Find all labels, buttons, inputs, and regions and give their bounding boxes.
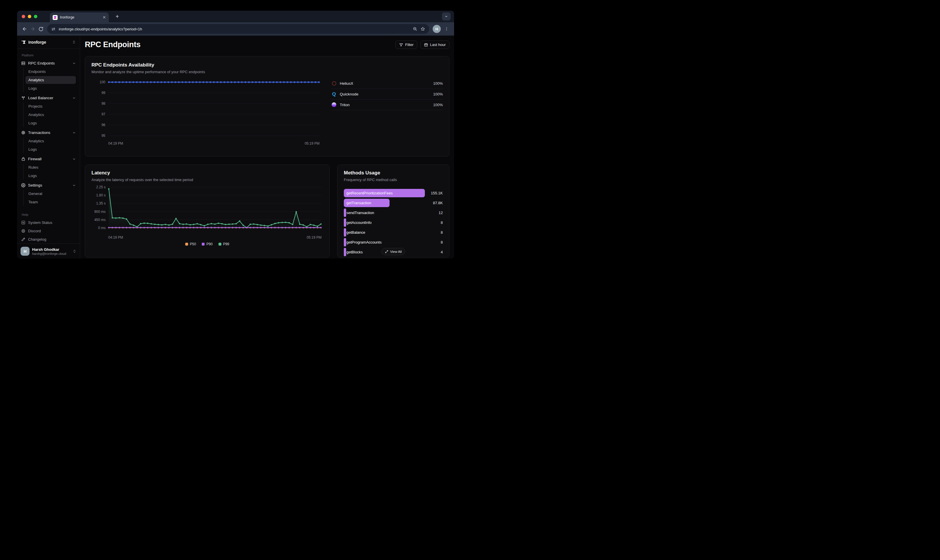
tab-search-chevron-button[interactable] bbox=[442, 12, 451, 20]
sidebar-item-projects[interactable]: Projects bbox=[25, 102, 76, 110]
main-content: RPC Endpoints Filter Last hour bbox=[80, 35, 454, 258]
method-name: getAccountInfo bbox=[347, 218, 371, 227]
window-controls bbox=[22, 15, 37, 18]
close-window-button[interactable] bbox=[22, 15, 25, 18]
method-row-getAccountInfo[interactable]: getAccountInfo8 bbox=[344, 218, 443, 227]
ironforge-anvil-icon bbox=[21, 40, 26, 45]
method-bar bbox=[344, 248, 346, 256]
zoom-out-icon[interactable] bbox=[413, 27, 417, 31]
methods-subtitle: Frequency of RPC method calls bbox=[344, 178, 443, 182]
sidebar-item-logs[interactable]: Logs bbox=[25, 172, 76, 180]
sidebar-item-logs[interactable]: Logs bbox=[25, 85, 76, 92]
time-range-button[interactable]: Last hour bbox=[420, 40, 450, 49]
sidebar-item-analytics[interactable]: Analytics bbox=[25, 137, 76, 145]
sidebar-item-analytics[interactable]: Analytics bbox=[25, 76, 76, 84]
method-name: getTransaction bbox=[347, 199, 371, 207]
method-count: 4 bbox=[425, 250, 443, 254]
svg-text:900 ms: 900 ms bbox=[94, 210, 106, 214]
user-email: harshg@ironforge.cloud bbox=[32, 252, 70, 255]
back-icon[interactable] bbox=[20, 25, 29, 33]
forward-icon[interactable] bbox=[29, 25, 37, 33]
platform-section-label: Platform bbox=[22, 54, 76, 57]
svg-text:05:19 PM: 05:19 PM bbox=[307, 235, 322, 240]
url-text[interactable]: ironforge.cloud/rpc-endpoints/analytics?… bbox=[59, 27, 410, 31]
new-tab-button[interactable]: + bbox=[114, 13, 121, 20]
sidebar-item-general[interactable]: General bbox=[25, 190, 76, 198]
url-bar[interactable]: ironforge.cloud/rpc-endpoints/analytics?… bbox=[47, 24, 429, 34]
sidebar-item-logs[interactable]: Logs bbox=[25, 119, 76, 127]
method-row-getTransaction[interactable]: getTransaction87.8K bbox=[344, 199, 443, 207]
provider-row-quicknode[interactable]: QQuicknode100% bbox=[331, 89, 443, 100]
method-name: getBlocks bbox=[347, 248, 363, 256]
sidebar-item-changelog[interactable]: Changelog bbox=[21, 235, 76, 243]
method-count: 87.8K bbox=[425, 201, 443, 205]
method-count: 8 bbox=[425, 240, 443, 245]
chevron-down-icon bbox=[72, 62, 76, 65]
site-settings-icon[interactable] bbox=[51, 27, 55, 31]
methods-usage-card: Methods Usage Frequency of RPC method ca… bbox=[337, 165, 450, 257]
sidebar-item-system-status[interactable]: System Status bbox=[21, 218, 76, 226]
browser-tab[interactable]: Ironforge ✕ bbox=[50, 12, 109, 22]
svg-text:1.35 s: 1.35 s bbox=[96, 202, 106, 205]
sidebar-group-rpc-endpoints[interactable]: RPC Endpoints bbox=[21, 59, 76, 67]
sidebar-item-logs[interactable]: Logs bbox=[25, 146, 76, 153]
workspace-switcher[interactable]: Ironforge bbox=[17, 35, 80, 49]
method-row-getRecentPrioritizationFees[interactable]: getRecentPrioritizationFees155.1K bbox=[344, 189, 443, 197]
availability-provider-legend: HeliusX100%QQuicknode100%Triton100% bbox=[331, 78, 443, 147]
method-name: sendTransaction bbox=[347, 209, 374, 217]
method-count: 12 bbox=[425, 211, 443, 215]
sidebar-item-team[interactable]: Team bbox=[25, 198, 76, 206]
method-row-sendTransaction[interactable]: sendTransaction12 bbox=[344, 209, 443, 217]
sidebar-group-transactions[interactable]: Transactions bbox=[21, 129, 76, 137]
browser-menu-kebab-icon[interactable] bbox=[442, 25, 451, 33]
bookmark-star-icon[interactable] bbox=[421, 27, 425, 31]
availability-title: RPC Endpoints Availability bbox=[91, 62, 443, 68]
chevron-down-icon bbox=[72, 131, 76, 134]
svg-text:97: 97 bbox=[102, 112, 106, 116]
tab-close-icon[interactable]: ✕ bbox=[102, 15, 106, 19]
sidebar-group-firewall[interactable]: Firewall bbox=[21, 155, 76, 163]
heliusx-logo bbox=[331, 81, 337, 86]
zoom-window-button[interactable] bbox=[34, 15, 37, 18]
reload-icon[interactable] bbox=[37, 25, 45, 33]
sidebar-group-load-balancer[interactable]: Load Balancer bbox=[21, 94, 76, 102]
svg-text:05:19 PM: 05:19 PM bbox=[305, 142, 319, 146]
app-root: Ironforge Platform RPC EndpointsEndpoint… bbox=[17, 35, 454, 258]
svg-text:98: 98 bbox=[102, 102, 106, 106]
svg-text:95: 95 bbox=[102, 134, 106, 138]
sidebar-item-analytics[interactable]: Analytics bbox=[25, 111, 76, 118]
sidebar-item-discord[interactable]: Discord bbox=[21, 227, 76, 235]
split-icon bbox=[21, 96, 25, 100]
sidebar-nav: Platform RPC EndpointsEndpointsAnalytics… bbox=[17, 49, 80, 243]
latency-subtitle: Analyze the latency of requests over the… bbox=[91, 178, 323, 182]
latency-legend: P50P90P99 bbox=[91, 242, 323, 246]
methods-list: getRecentPrioritizationFees155.1KgetTran… bbox=[344, 189, 443, 256]
sidebar-item-endpoints[interactable]: Endpoints bbox=[25, 68, 76, 75]
filter-button[interactable]: Filter bbox=[395, 40, 417, 49]
legend-swatch bbox=[219, 243, 221, 246]
provider-row-heliusx[interactable]: HeliusX100% bbox=[331, 78, 443, 89]
method-bar bbox=[344, 228, 346, 237]
minimize-window-button[interactable] bbox=[28, 15, 31, 18]
sidebar-item-rules[interactable]: Rules bbox=[25, 163, 76, 171]
activity-icon bbox=[21, 220, 25, 225]
discord-icon bbox=[21, 229, 25, 233]
method-count: 155.1K bbox=[425, 191, 443, 195]
provider-uptime-value: 100% bbox=[433, 81, 443, 86]
browser-profile-avatar[interactable]: H bbox=[433, 25, 441, 33]
user-menu[interactable]: H Harsh Ghodkar harshg@ironforge.cloud bbox=[17, 243, 80, 258]
brand-name: Ironforge bbox=[28, 40, 70, 45]
sidebar-group-settings[interactable]: Settings bbox=[21, 182, 76, 189]
method-row-getProgramAccounts[interactable]: getProgramAccounts8 bbox=[344, 238, 443, 246]
svg-text:04:19 PM: 04:19 PM bbox=[108, 235, 123, 240]
view-all-button[interactable]: View All bbox=[381, 248, 405, 255]
tab-strip: Ironforge ✕ + bbox=[17, 11, 454, 22]
availability-chart: 100999897969504:19 PM05:19 PM bbox=[91, 76, 321, 147]
method-row-getBalance[interactable]: getBalance8 bbox=[344, 228, 443, 237]
method-count: 8 bbox=[425, 230, 443, 235]
sidebar: Ironforge Platform RPC EndpointsEndpoint… bbox=[17, 35, 80, 258]
provider-row-triton[interactable]: Triton100% bbox=[331, 100, 443, 110]
method-bar bbox=[344, 209, 346, 217]
funnel-icon bbox=[399, 43, 403, 47]
svg-text:2.25 s: 2.25 s bbox=[96, 185, 106, 189]
